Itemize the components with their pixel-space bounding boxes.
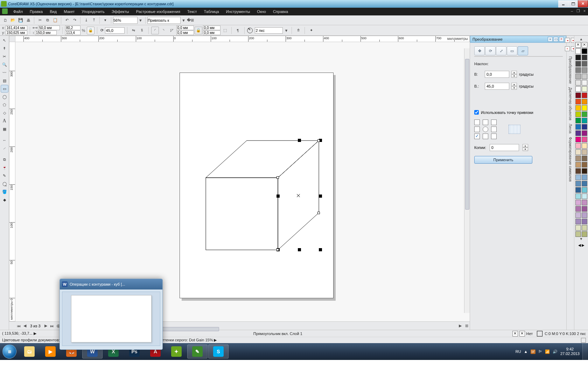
tray-volume-icon[interactable]: 🔊 — [553, 349, 558, 354]
lock-ratio-button[interactable]: 🔒 — [87, 27, 94, 34]
navigator-button[interactable]: ⊞ — [463, 323, 470, 328]
skew-v-input[interactable] — [485, 83, 509, 90]
pos-x-input[interactable] — [6, 26, 27, 30]
menu-Макет[interactable]: Макет — [60, 8, 78, 15]
menu-Справка[interactable]: Справка — [270, 8, 292, 15]
show-desktop-button[interactable] — [582, 343, 588, 360]
color-swatch[interactable] — [582, 118, 587, 123]
ruler-vertical[interactable]: миллиметры 050100150200250300 — [9, 42, 15, 321]
tray-bf-icon[interactable]: bf — [531, 349, 536, 354]
menu-Вид[interactable]: Вид — [46, 8, 60, 15]
paste-button[interactable]: 📋 — [51, 16, 59, 24]
color-swatch[interactable] — [582, 149, 587, 155]
page-prev-button[interactable]: ◀ — [22, 323, 28, 328]
copies-input[interactable] — [490, 144, 519, 151]
interactive-fill-tool[interactable]: ◆ — [1, 196, 8, 204]
outline-width-input[interactable] — [255, 27, 283, 34]
swatch-nocolor[interactable] — [575, 42, 581, 48]
tray-flag-icon[interactable]: 🏳 — [538, 349, 542, 354]
outline-tool[interactable]: ◯̲ — [1, 180, 8, 188]
new-button[interactable]: 🗋 — [1, 16, 9, 24]
mirror-h-button[interactable]: ⇋ — [130, 27, 138, 34]
taskbar-explorer[interactable]: 🗂 — [19, 345, 40, 359]
wrap-text-button[interactable]: ¶ — [234, 27, 242, 34]
zoom-tool[interactable]: 🔍 — [1, 61, 8, 68]
taskbar-preview-word[interactable]: W Операции с контурами - куб [... — [59, 279, 163, 350]
corner-chamfer-icon[interactable]: ◸ — [168, 27, 176, 34]
color-swatch[interactable] — [582, 187, 587, 193]
color-swatch[interactable] — [575, 168, 581, 174]
ruler-horizontal[interactable]: миллиметры 40030020010001002003004005006… — [15, 36, 470, 42]
close-button[interactable]: ✕ — [578, 0, 588, 7]
ellipse-tool[interactable]: ◯ — [1, 93, 8, 101]
color-swatch[interactable] — [575, 130, 581, 136]
palette-next-button[interactable]: ▶ — [582, 243, 584, 247]
color-swatch[interactable] — [575, 206, 581, 212]
corner-br-input[interactable] — [203, 30, 220, 35]
shape-tool[interactable]: ↟ — [1, 45, 8, 52]
ruler-origin[interactable] — [9, 36, 15, 42]
color-swatch[interactable] — [582, 80, 587, 86]
use-anchor-checkbox[interactable] — [474, 110, 479, 115]
mirror-v-button[interactable]: ⥮ — [138, 27, 146, 34]
corner-scallop-icon[interactable]: ◝ — [160, 27, 167, 34]
color-swatch[interactable] — [582, 55, 587, 60]
doc-close-button[interactable]: × — [582, 9, 587, 13]
taskbar-coreldraw[interactable]: ✎ — [187, 345, 208, 359]
color-swatch[interactable] — [582, 74, 587, 79]
color-swatch[interactable] — [575, 212, 581, 218]
color-swatch[interactable] — [575, 162, 581, 168]
color-swatch[interactable] — [582, 225, 587, 231]
color-swatch[interactable] — [575, 74, 581, 79]
menu-Текст[interactable]: Текст — [184, 8, 201, 15]
rotation-input[interactable] — [105, 27, 125, 34]
page-first-button[interactable]: ⏮ — [15, 324, 22, 328]
start-button[interactable]: ⊞ — [0, 343, 19, 360]
scale-y-input[interactable] — [65, 30, 80, 35]
docker-slot-close[interactable]: × — [565, 46, 570, 51]
apply-button[interactable]: Применить — [474, 156, 532, 164]
height-input[interactable] — [35, 30, 57, 35]
color-swatch[interactable] — [575, 225, 581, 231]
smart-fill-tool[interactable]: ▧ — [1, 77, 8, 84]
corner-round-icon[interactable]: ◜ — [151, 27, 159, 34]
docker-arrow-left[interactable]: ◂ — [565, 38, 570, 43]
tab-position[interactable]: ✥ — [474, 46, 485, 55]
taskbar-skype[interactable]: S — [208, 345, 229, 359]
tab-rotate[interactable]: ⟳ — [485, 46, 496, 55]
color-swatch[interactable] — [582, 212, 587, 218]
zoom-combo[interactable] — [113, 17, 138, 24]
color-swatch[interactable] — [575, 193, 581, 199]
anchor-grid[interactable] — [474, 120, 498, 139]
taskbar-wmp[interactable]: ▶ — [40, 345, 61, 359]
crop-tool[interactable]: ✂ — [1, 53, 8, 60]
docker-tab[interactable]: Форматирование символов — [568, 135, 573, 183]
print-button[interactable]: 🖶 — [24, 16, 32, 24]
color-swatch[interactable] — [575, 124, 581, 130]
color-swatch[interactable] — [575, 181, 581, 186]
menu-Окно[interactable]: Окно — [253, 8, 270, 15]
docker-collapse-button[interactable]: ▭ — [553, 37, 558, 42]
save-button[interactable]: 💾 — [17, 16, 24, 24]
tab-scale[interactable]: ⤢ — [496, 46, 506, 55]
color-swatch[interactable] — [582, 162, 587, 168]
tray-up-icon[interactable]: ▲ — [524, 349, 528, 354]
color-swatch[interactable] — [575, 175, 581, 180]
menu-Растровые изображения[interactable]: Растровые изображения — [133, 8, 184, 15]
rectangle-tool[interactable]: ▭ — [1, 85, 8, 93]
color-swatch[interactable] — [582, 105, 587, 111]
transparency-tool[interactable]: 🍷 — [1, 164, 8, 171]
menu-Эффекты[interactable]: Эффекты — [108, 8, 133, 15]
color-swatch[interactable] — [575, 200, 581, 205]
color-swatch[interactable] — [582, 93, 587, 98]
color-swatch[interactable] — [575, 137, 581, 142]
color-swatch[interactable] — [582, 219, 587, 224]
palette-prev-button[interactable]: ◀ — [578, 243, 581, 247]
text-tool[interactable]: A — [1, 117, 8, 125]
color-swatch[interactable] — [575, 143, 581, 149]
color-swatch[interactable] — [575, 86, 581, 92]
copy-button[interactable]: ⧉ — [44, 16, 51, 24]
lock-corners-button[interactable]: 🔒 — [195, 27, 202, 34]
color-swatch[interactable] — [575, 219, 581, 224]
basic-shapes-tool[interactable]: ◇ — [1, 109, 8, 117]
